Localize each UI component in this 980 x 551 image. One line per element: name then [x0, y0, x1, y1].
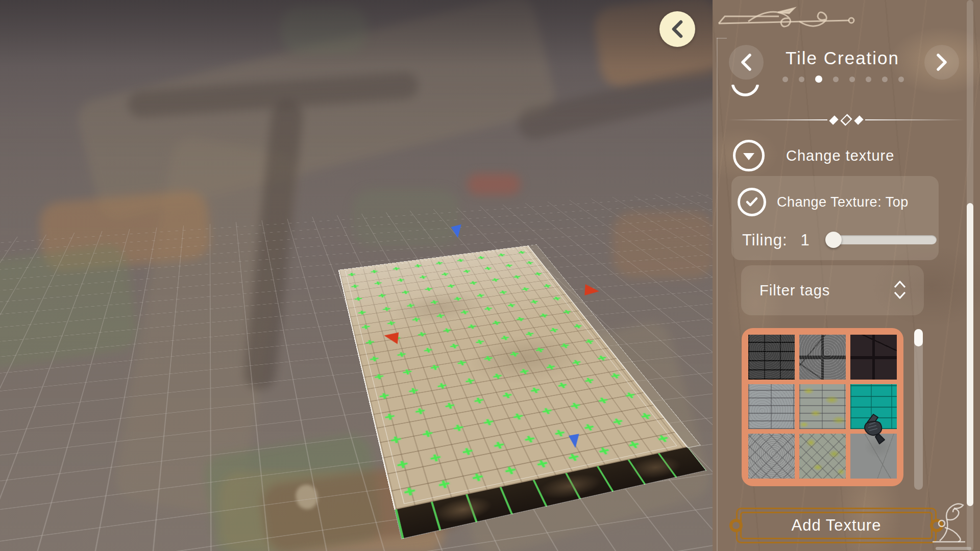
panel-next-button[interactable] [924, 45, 959, 80]
filter-tags-label: Filter tags [760, 282, 830, 299]
pager-dot-5[interactable] [849, 77, 855, 82]
app-window: ++++++++++++++++++++++++++++++++++++++++… [0, 0, 980, 551]
tiling-slider-knob[interactable] [825, 232, 842, 248]
check-icon [745, 196, 758, 208]
chevron-left-icon [668, 18, 687, 40]
expand-collapse-icon [891, 280, 909, 300]
texture-cracked-stone-tiles[interactable] [799, 335, 846, 380]
scrolled-button-arc [731, 85, 759, 100]
chevron-right-icon [934, 53, 949, 72]
pager-dots [713, 76, 974, 83]
texture-grid [748, 335, 897, 479]
pager-dot-4[interactable] [833, 77, 839, 82]
triangle-down-icon [743, 153, 754, 160]
change-texture-top-toggle[interactable]: Change Texture: Top [738, 188, 909, 216]
change-texture-label: Change texture [786, 147, 894, 164]
resize-handle-red-left[interactable] [383, 331, 399, 344]
pager-dot-8[interactable] [898, 77, 904, 82]
change-texture-top-label: Change Texture: Top [777, 194, 909, 210]
pager-dot-1[interactable] [782, 77, 788, 82]
tiling-label: Tiling: [742, 231, 788, 249]
panel-frame-line [717, 38, 718, 551]
section-divider [728, 113, 965, 127]
chevron-left-icon [739, 53, 754, 72]
flourish-leaf-icon [929, 501, 978, 548]
texture-gray-cobblestone[interactable] [748, 434, 795, 479]
button-medallion-icon [729, 519, 743, 532]
texture-dark-stone-tiles[interactable] [850, 335, 897, 380]
panel-scrollbar[interactable] [967, 0, 973, 551]
bottom-decoration-bar [936, 547, 971, 550]
divider-diamond-icon [829, 115, 838, 124]
tiling-slider-track[interactable] [826, 235, 937, 244]
collapse-circle-icon[interactable] [733, 140, 765, 171]
add-texture-label: Add Texture [792, 516, 881, 535]
resize-handle-red-right[interactable] [584, 284, 599, 296]
panel-scrollbar-thumb[interactable] [967, 203, 973, 506]
texture-mossy-cobblestone[interactable] [799, 434, 846, 479]
pager-dot-7[interactable] [882, 77, 888, 82]
texture-gray-concrete[interactable] [850, 434, 897, 479]
filter-tags-dropdown[interactable]: Filter tags [741, 265, 924, 315]
tile-creation-panel: Tile Creation Change texture [713, 0, 980, 551]
texture-grid-scrollbar[interactable] [914, 329, 923, 490]
texture-settings-box: Change Texture: Top Tiling: 1 [731, 176, 939, 260]
texture-grid-container [742, 328, 903, 486]
change-texture-section-toggle[interactable]: Change texture [733, 139, 894, 172]
divider-diamond-icon [840, 114, 852, 126]
pager-dot-2[interactable] [799, 77, 804, 82]
texture-teal-stone-bricks[interactable] [850, 384, 897, 429]
panel-title: Tile Creation [758, 48, 926, 68]
add-texture-button[interactable]: Add Texture [736, 508, 937, 543]
resize-handle-blue-bottom[interactable] [569, 434, 581, 448]
tiling-value: 1 [801, 231, 810, 249]
pager-dot-3[interactable] [815, 76, 822, 83]
divider-diamond-icon [854, 115, 863, 124]
map-viewport[interactable]: ++++++++++++++++++++++++++++++++++++++++… [0, 0, 713, 551]
pager-dot-6[interactable] [866, 77, 871, 82]
tiling-row: Tiling: 1 [742, 231, 810, 249]
flourish-ornament-icon [718, 3, 871, 34]
texture-gray-stone-planks[interactable] [748, 384, 795, 429]
back-button[interactable] [659, 11, 695, 47]
check-circle-icon[interactable] [738, 188, 766, 216]
texture-dark-brick-wall[interactable] [748, 335, 795, 380]
texture-grid-scrollbar-thumb[interactable] [914, 329, 923, 346]
texture-mossy-stone-planks[interactable] [799, 384, 846, 429]
